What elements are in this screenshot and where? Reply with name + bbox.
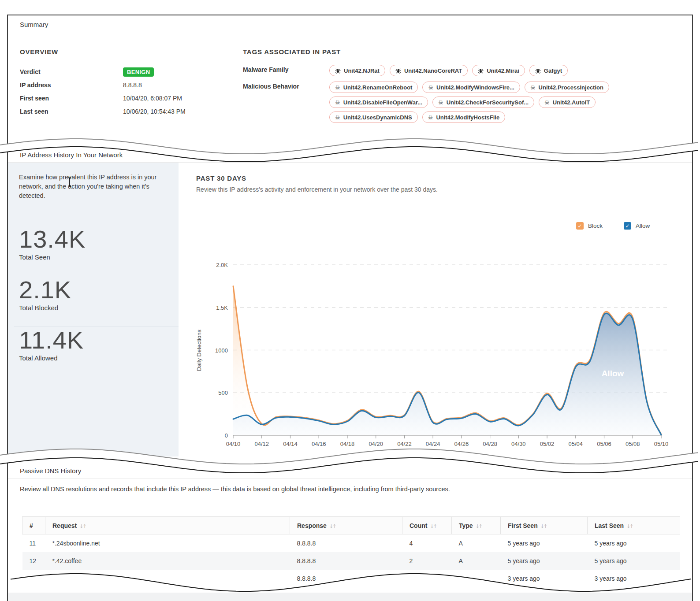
column-header-label: Request bbox=[52, 522, 77, 529]
overview-row: VerdictBENIGN bbox=[20, 65, 227, 78]
sort-icon[interactable]: ↓↑ bbox=[476, 523, 482, 529]
svg-text:04/30: 04/30 bbox=[511, 441, 526, 447]
column-header-response[interactable]: Response↓↑ bbox=[290, 517, 402, 534]
overview-row-value: 8.8.8.8 bbox=[123, 82, 142, 89]
svg-text:0: 0 bbox=[225, 432, 228, 439]
overview-row-label: Verdict bbox=[20, 68, 123, 75]
sort-icon[interactable]: ↓↑ bbox=[626, 523, 633, 529]
cell-request: *.24sboonline.net bbox=[45, 534, 290, 552]
tag-pill[interactable]: Unit42.Mirai bbox=[472, 65, 525, 76]
overview-heading: OVERVIEW bbox=[20, 48, 58, 56]
chart-subheading: Review this IP address's activity and en… bbox=[196, 186, 438, 193]
tag-pill[interactable]: ☠Unit42.RenameOnReboot bbox=[329, 82, 418, 93]
overview-row: Last seen10/06/20, 10:54:43 PM bbox=[20, 105, 227, 118]
cell-num: 12 bbox=[22, 552, 45, 570]
malicious-behavior-tags: ☠Unit42.RenameOnReboot☠Unit42.ModifyWind… bbox=[329, 82, 638, 123]
svg-text:04/26: 04/26 bbox=[454, 441, 469, 447]
legend-label: Allow bbox=[636, 223, 650, 229]
sort-icon[interactable]: ↓↑ bbox=[430, 523, 436, 529]
overview-rows: VerdictBENIGNIP address8.8.8.8First seen… bbox=[20, 65, 227, 118]
block-checkbox[interactable]: ✓ bbox=[576, 222, 584, 230]
svg-text:04/14: 04/14 bbox=[283, 441, 298, 447]
tag-label: Unit42.ProcessInjection bbox=[539, 84, 603, 91]
ip-history-panel-title: IP Address History In Your Network bbox=[20, 151, 123, 159]
tag-label: Unit42.NanoCoreRAT bbox=[404, 67, 462, 74]
column-header-label: # bbox=[30, 522, 33, 529]
tag-pill[interactable]: ☠Unit42.CheckForSecuritySof... bbox=[432, 96, 534, 108]
tag-pill[interactable]: ☠Unit42.ProcessInjection bbox=[525, 82, 609, 93]
column-header-first_seen[interactable]: First Seen↓↑ bbox=[501, 517, 588, 534]
tag-pill[interactable]: ☠Unit42.ModifyHostsFile bbox=[422, 111, 505, 123]
tags-heading: TAGS ASSOCIATED IN PAST bbox=[243, 48, 341, 56]
skull-icon: ☠ bbox=[335, 115, 340, 120]
overview-row-label: First seen bbox=[20, 95, 123, 102]
column-header-type[interactable]: Type↓↑ bbox=[452, 517, 501, 534]
svg-text:05/04: 05/04 bbox=[569, 441, 583, 447]
column-header-label: Response bbox=[297, 522, 327, 529]
tag-pill[interactable]: Unit42.NanoCoreRAT bbox=[390, 65, 468, 76]
overview-row-value: 10/06/20, 10:54:43 PM bbox=[123, 108, 186, 115]
svg-text:05/08: 05/08 bbox=[626, 441, 640, 447]
legend-label: Block bbox=[588, 223, 603, 229]
svg-text:1000: 1000 bbox=[215, 347, 228, 354]
tag-pill[interactable]: ☠Unit42.AutoIT bbox=[539, 96, 596, 108]
column-header-label: Last Seen bbox=[595, 522, 624, 529]
tag-pill[interactable]: ☠Unit42.ModifyWindowsFire... bbox=[422, 82, 520, 93]
malware-family-row: Malware Family Unit42.NJRatUnit42.NanoCo… bbox=[243, 65, 638, 76]
dns-table-header: #Request↓↑Response↓↑Count↓↑Type↓↑First S… bbox=[22, 517, 680, 534]
tag-pill[interactable]: Unit42.NJRat bbox=[329, 65, 385, 76]
cell-count: 2 bbox=[402, 552, 452, 570]
spider-icon bbox=[335, 68, 341, 74]
malware-family-tags: Unit42.NJRatUnit42.NanoCoreRATUnit42.Mir… bbox=[329, 65, 638, 76]
spider-icon bbox=[535, 68, 541, 74]
svg-text:05/06: 05/06 bbox=[597, 441, 611, 447]
cell-first_seen: 5 years ago bbox=[501, 534, 588, 552]
svg-text:04/28: 04/28 bbox=[483, 441, 497, 447]
cell-type: A bbox=[452, 570, 501, 587]
tag-pill[interactable]: Gafgyt bbox=[529, 65, 568, 76]
skull-icon: ☠ bbox=[530, 85, 536, 90]
legend-item-allow: ✓Allow bbox=[624, 222, 650, 230]
skull-icon: ☠ bbox=[428, 85, 433, 90]
stat-label: Total Blocked bbox=[19, 304, 58, 312]
cell-request: *.42.coffee bbox=[45, 552, 290, 570]
sort-icon[interactable]: ↓↑ bbox=[79, 523, 86, 529]
cell-count: 4 bbox=[402, 534, 452, 552]
column-header-label: Count bbox=[410, 522, 427, 529]
chart-areas: Allow bbox=[233, 286, 661, 435]
stat-value: 11.4K bbox=[19, 328, 84, 352]
divider bbox=[8, 35, 692, 35]
column-header-request[interactable]: Request↓↑ bbox=[45, 517, 290, 534]
tag-label: Unit42.ModifyWindowsFire... bbox=[436, 84, 514, 91]
malware-family-label: Malware Family bbox=[243, 65, 329, 76]
column-header-num: # bbox=[22, 517, 45, 534]
svg-text:500: 500 bbox=[218, 390, 228, 396]
tag-label: Unit42.NJRat bbox=[344, 67, 380, 74]
svg-text:04/10: 04/10 bbox=[226, 441, 241, 447]
tag-label: Unit42.Mirai bbox=[487, 67, 519, 74]
spider-icon bbox=[395, 68, 401, 74]
tag-label: Unit42.AutoIT bbox=[553, 99, 590, 106]
tag-label: Gafgyt bbox=[544, 67, 562, 74]
verdict-badge: BENIGN bbox=[123, 67, 154, 77]
tag-pill[interactable]: ☠Unit42.DisableFileOpenWar... bbox=[329, 96, 428, 108]
cell-first_seen: 3 years ago bbox=[501, 570, 588, 587]
column-header-count[interactable]: Count↓↑ bbox=[402, 517, 452, 534]
summary-panel: Summary OVERVIEW TAGS ASSOCIATED IN PAST… bbox=[7, 15, 693, 154]
sort-icon[interactable]: ↓↑ bbox=[540, 523, 547, 529]
tag-label: Unit42.RenameOnReboot bbox=[343, 84, 413, 91]
tag-pill[interactable]: ☠Unit42.UsesDynamicDNS bbox=[329, 111, 418, 123]
allow-checkbox[interactable]: ✓ bbox=[624, 222, 631, 230]
page: Summary OVERVIEW TAGS ASSOCIATED IN PAST… bbox=[0, 0, 700, 601]
skull-icon: ☠ bbox=[428, 115, 433, 120]
column-header-last_seen[interactable]: Last Seen↓↑ bbox=[588, 517, 680, 534]
overview-row-value: 10/04/20, 6:08:07 PM bbox=[123, 95, 182, 102]
svg-text:04/12: 04/12 bbox=[254, 441, 269, 447]
stat-value: 13.4K bbox=[19, 227, 86, 252]
cell-type: A bbox=[452, 552, 501, 570]
column-header-label: Type bbox=[459, 522, 473, 529]
cell-response: 8.8.8.8 bbox=[290, 570, 402, 587]
sort-icon[interactable]: ↓↑ bbox=[329, 523, 335, 529]
legend-item-block: ✓Block bbox=[576, 222, 603, 230]
skull-icon: ☠ bbox=[438, 100, 443, 105]
